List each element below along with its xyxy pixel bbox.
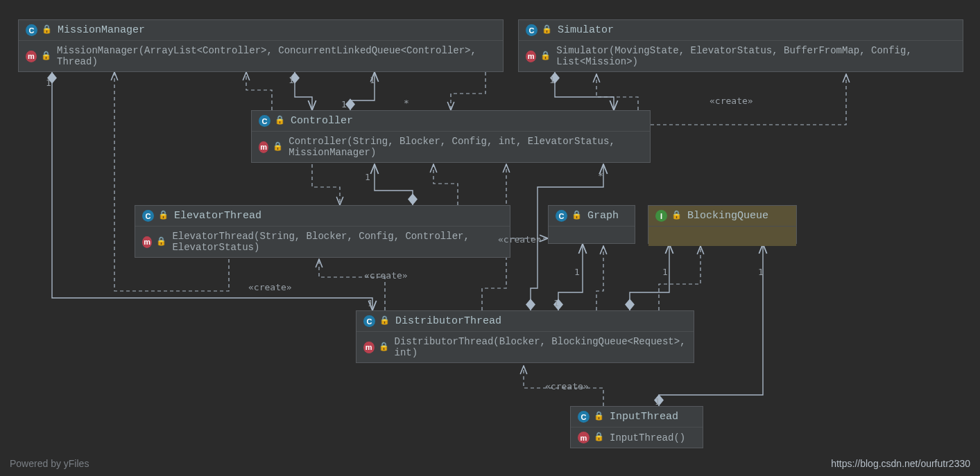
lock-icon: 🔒 [542,24,552,35]
method-icon: m [578,432,590,443]
multiplicity-label: 1 [365,172,370,182]
method-icon: m [26,51,37,62]
constructor-signature: Controller(String, Blocker, Config, int,… [289,136,643,158]
multiplicity-label: 1 [553,298,559,308]
stereotype-label: «create» [710,96,753,106]
class-controller: C 🔒 Controller m 🔒 Controller(String, Bl… [251,110,651,163]
method-icon: m [259,141,268,153]
class-header: C 🔒 DistributorThread [356,311,694,332]
lock-icon: 🔒 [379,315,390,326]
interface-blockingqueue: I 🔒 BlockingQueue [648,205,797,244]
lock-icon: 🔒 [275,115,285,125]
class-body: m 🔒 Simulator(MovingState, ElevatorStatu… [519,41,963,71]
method-icon: m [526,51,536,62]
class-body: m 🔒 ElevatorThread(String, Blocker, Conf… [135,227,510,257]
constructor-signature: ElevatorThread(String, Blocker, Config, … [172,231,503,253]
lock-icon: 🔒 [571,210,582,220]
class-header: C 🔒 InputThread [571,407,703,427]
interface-icon: I [655,210,667,222]
class-inputthread: C 🔒 InputThread m 🔒 InputThread() [570,406,703,448]
constructor-signature: Simulator(MovingState, ElevatorStatus, B… [556,45,956,67]
class-body [648,227,796,246]
lock-icon: 🔒 [594,432,604,442]
class-body: m 🔒 Controller(String, Blocker, Config, … [252,132,650,162]
class-name: MissionManager [58,24,145,36]
class-header: C 🔒 Simulator [519,20,963,41]
class-name: Simulator [558,24,614,36]
lock-icon: 🔒 [379,342,389,352]
class-body: m 🔒 MissionManager(ArrayList<Controller>… [19,41,503,71]
lock-icon: 🔒 [158,210,169,220]
method-icon: m [142,236,152,248]
class-icon: C [363,315,375,327]
multiplicity-label: 1 [370,75,375,85]
multiplicity-label: 1 [549,75,555,85]
multiplicity-label: 1 [289,75,294,85]
class-name: ElevatorThread [174,210,261,222]
class-icon: C [259,115,270,127]
lock-icon: 🔒 [540,51,551,61]
class-header: C 🔒 ElevatorThread [135,206,510,227]
class-header: C 🔒 MissionManager [19,20,503,41]
source-url-label: https://blog.csdn.net/ourfutr2330 [831,458,970,469]
lock-icon: 🔒 [594,411,604,421]
class-header: C 🔒 Controller [252,111,650,132]
constructor-signature: DistributorThread(Blocker, BlockingQueue… [395,336,687,358]
class-header: C 🔒 Graph [549,206,635,227]
multiplicity-label: * [404,98,409,108]
class-body: m 🔒 DistributorThread(Blocker, BlockingQ… [356,332,694,362]
class-body [549,227,635,246]
constructor-signature: InputThread() [610,432,685,443]
lock-icon: 🔒 [156,236,166,247]
multiplicity-label: 1 [574,267,580,277]
stereotype-label: «create» [498,234,542,245]
class-header: I 🔒 BlockingQueue [648,206,796,227]
lock-icon: 🔒 [273,141,283,152]
powered-by-label: Powered by yFiles [10,458,89,469]
multiplicity-label: 1 [46,78,51,88]
constructor-signature: MissionManager(ArrayList<Controller>, Co… [57,45,496,67]
class-icon: C [578,411,590,423]
class-graph: C 🔒 Graph [548,205,635,244]
class-name: Controller [291,115,353,127]
lock-icon: 🔒 [41,51,51,61]
method-icon: m [363,342,375,353]
stereotype-label: «create» [248,282,292,292]
class-elevatorthread: C 🔒 ElevatorThread m 🔒 ElevatorThread(St… [135,205,510,258]
class-missionmanager: C 🔒 MissionManager m 🔒 MissionManager(Ar… [18,19,504,72]
interface-name: BlockingQueue [687,210,768,222]
lock-icon: 🔒 [42,24,52,35]
class-icon: C [142,210,154,222]
class-icon: C [526,24,538,36]
multiplicity-label: 1 [758,267,764,277]
lock-icon: 🔒 [671,210,682,220]
class-icon: C [556,210,567,222]
class-body: m 🔒 InputThread() [571,427,703,448]
multiplicity-label: 1 [368,298,373,308]
multiplicity-label: 1 [662,267,668,277]
stereotype-label: «create» [364,270,408,281]
class-icon: C [26,24,37,36]
multiplicity-label: 1 [655,396,660,407]
multiplicity-label: * [598,170,603,181]
class-simulator: C 🔒 Simulator m 🔒 Simulator(MovingState,… [518,19,963,72]
class-name: DistributorThread [395,315,501,327]
stereotype-label: «create» [545,381,589,391]
class-name: Graph [587,210,619,222]
class-name: InputThread [610,411,678,423]
multiplicity-label: 1 [341,99,347,109]
class-distributorthread: C 🔒 DistributorThread m 🔒 DistributorThr… [356,310,694,363]
